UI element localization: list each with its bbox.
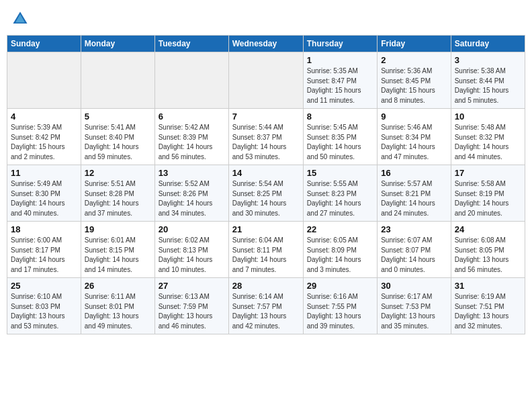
calendar-cell: 4Sunrise: 5:39 AM Sunset: 8:42 PM Daylig… xyxy=(7,109,81,165)
day-of-week-header: Sunday xyxy=(7,36,81,52)
day-info: Sunrise: 6:01 AM Sunset: 8:15 PM Dayligh… xyxy=(85,236,151,275)
calendar-cell: 16Sunrise: 5:57 AM Sunset: 8:21 PM Dayli… xyxy=(378,165,451,222)
calendar-table: SundayMondayTuesdayWednesdayThursdayFrid… xyxy=(7,35,525,334)
calendar-cell: 25Sunrise: 6:10 AM Sunset: 8:03 PM Dayli… xyxy=(7,278,81,334)
day-info: Sunrise: 6:19 AM Sunset: 7:51 PM Dayligh… xyxy=(455,292,521,331)
calendar-cell: 2Sunrise: 5:36 AM Sunset: 8:45 PM Daylig… xyxy=(378,52,451,109)
calendar-cell: 10Sunrise: 5:48 AM Sunset: 8:32 PM Dayli… xyxy=(451,109,525,165)
logo-icon xyxy=(11,9,30,28)
day-info: Sunrise: 6:14 AM Sunset: 7:57 PM Dayligh… xyxy=(232,292,300,331)
day-number: 14 xyxy=(232,168,300,178)
day-info: Sunrise: 6:11 AM Sunset: 8:01 PM Dayligh… xyxy=(85,292,151,331)
calendar-week-row: 4Sunrise: 5:39 AM Sunset: 8:42 PM Daylig… xyxy=(7,109,525,165)
calendar-cell: 12Sunrise: 5:51 AM Sunset: 8:28 PM Dayli… xyxy=(81,165,154,222)
calendar-cell xyxy=(154,52,228,109)
day-info: Sunrise: 5:54 AM Sunset: 8:25 PM Dayligh… xyxy=(232,179,300,218)
day-number: 19 xyxy=(85,224,151,234)
day-number: 18 xyxy=(11,224,77,234)
calendar-cell: 15Sunrise: 5:55 AM Sunset: 8:23 PM Dayli… xyxy=(303,165,377,222)
day-info: Sunrise: 5:39 AM Sunset: 8:42 PM Dayligh… xyxy=(11,123,77,162)
calendar-cell xyxy=(228,52,303,109)
calendar-cell: 22Sunrise: 6:05 AM Sunset: 8:09 PM Dayli… xyxy=(303,222,377,278)
calendar-cell: 20Sunrise: 6:02 AM Sunset: 8:13 PM Dayli… xyxy=(154,222,228,278)
logo xyxy=(11,9,31,28)
day-number: 28 xyxy=(232,281,300,291)
page-header xyxy=(7,7,525,31)
day-info: Sunrise: 5:36 AM Sunset: 8:45 PM Dayligh… xyxy=(381,66,447,105)
day-of-week-header: Friday xyxy=(378,36,451,52)
day-info: Sunrise: 6:10 AM Sunset: 8:03 PM Dayligh… xyxy=(11,292,77,331)
day-info: Sunrise: 6:04 AM Sunset: 8:11 PM Dayligh… xyxy=(232,236,300,275)
calendar-cell: 9Sunrise: 5:46 AM Sunset: 8:34 PM Daylig… xyxy=(378,109,451,165)
day-info: Sunrise: 5:42 AM Sunset: 8:39 PM Dayligh… xyxy=(159,123,225,162)
day-number: 11 xyxy=(11,168,77,178)
day-of-week-header: Tuesday xyxy=(154,36,228,52)
day-number: 5 xyxy=(85,111,151,122)
day-number: 10 xyxy=(455,111,521,122)
calendar-cell: 11Sunrise: 5:49 AM Sunset: 8:30 PM Dayli… xyxy=(7,165,81,222)
day-info: Sunrise: 6:13 AM Sunset: 7:59 PM Dayligh… xyxy=(159,292,225,331)
day-info: Sunrise: 6:17 AM Sunset: 7:53 PM Dayligh… xyxy=(381,292,447,331)
day-number: 12 xyxy=(85,168,151,178)
day-info: Sunrise: 5:51 AM Sunset: 8:28 PM Dayligh… xyxy=(85,179,151,218)
calendar-cell: 7Sunrise: 5:44 AM Sunset: 8:37 PM Daylig… xyxy=(228,109,303,165)
day-number: 4 xyxy=(11,111,77,122)
day-info: Sunrise: 6:08 AM Sunset: 8:05 PM Dayligh… xyxy=(455,236,521,275)
calendar-cell: 17Sunrise: 5:58 AM Sunset: 8:19 PM Dayli… xyxy=(451,165,525,222)
day-number: 7 xyxy=(232,111,300,122)
day-number: 24 xyxy=(455,224,521,234)
calendar-week-row: 18Sunrise: 6:00 AM Sunset: 8:17 PM Dayli… xyxy=(7,222,525,278)
day-number: 26 xyxy=(85,281,151,291)
calendar-header-row: SundayMondayTuesdayWednesdayThursdayFrid… xyxy=(7,36,525,52)
calendar-cell: 31Sunrise: 6:19 AM Sunset: 7:51 PM Dayli… xyxy=(451,278,525,334)
day-info: Sunrise: 5:58 AM Sunset: 8:19 PM Dayligh… xyxy=(455,179,521,218)
day-of-week-header: Saturday xyxy=(451,36,525,52)
calendar-cell: 14Sunrise: 5:54 AM Sunset: 8:25 PM Dayli… xyxy=(228,165,303,222)
day-of-week-header: Monday xyxy=(81,36,154,52)
day-info: Sunrise: 6:05 AM Sunset: 8:09 PM Dayligh… xyxy=(307,236,373,275)
day-number: 23 xyxy=(381,224,447,234)
calendar-cell: 26Sunrise: 6:11 AM Sunset: 8:01 PM Dayli… xyxy=(81,278,154,334)
day-of-week-header: Wednesday xyxy=(228,36,303,52)
day-info: Sunrise: 6:02 AM Sunset: 8:13 PM Dayligh… xyxy=(159,236,225,275)
day-number: 16 xyxy=(381,168,447,178)
day-info: Sunrise: 5:48 AM Sunset: 8:32 PM Dayligh… xyxy=(455,123,521,162)
calendar-week-row: 25Sunrise: 6:10 AM Sunset: 8:03 PM Dayli… xyxy=(7,278,525,334)
calendar-cell: 6Sunrise: 5:42 AM Sunset: 8:39 PM Daylig… xyxy=(154,109,228,165)
day-of-week-header: Thursday xyxy=(303,36,377,52)
day-number: 25 xyxy=(11,281,77,291)
day-number: 17 xyxy=(455,168,521,178)
calendar-cell: 24Sunrise: 6:08 AM Sunset: 8:05 PM Dayli… xyxy=(451,222,525,278)
calendar-cell xyxy=(81,52,154,109)
calendar-cell: 1Sunrise: 5:35 AM Sunset: 8:47 PM Daylig… xyxy=(303,52,377,109)
calendar-cell: 29Sunrise: 6:16 AM Sunset: 7:55 PM Dayli… xyxy=(303,278,377,334)
day-number: 22 xyxy=(307,224,373,234)
day-info: Sunrise: 5:49 AM Sunset: 8:30 PM Dayligh… xyxy=(11,179,77,218)
calendar-cell: 5Sunrise: 5:41 AM Sunset: 8:40 PM Daylig… xyxy=(81,109,154,165)
day-info: Sunrise: 5:46 AM Sunset: 8:34 PM Dayligh… xyxy=(381,123,447,162)
calendar-cell: 18Sunrise: 6:00 AM Sunset: 8:17 PM Dayli… xyxy=(7,222,81,278)
day-info: Sunrise: 6:07 AM Sunset: 8:07 PM Dayligh… xyxy=(381,236,447,275)
day-number: 27 xyxy=(159,281,225,291)
day-number: 31 xyxy=(455,281,521,291)
calendar-cell: 21Sunrise: 6:04 AM Sunset: 8:11 PM Dayli… xyxy=(228,222,303,278)
calendar-week-row: 11Sunrise: 5:49 AM Sunset: 8:30 PM Dayli… xyxy=(7,165,525,222)
day-info: Sunrise: 5:57 AM Sunset: 8:21 PM Dayligh… xyxy=(381,179,447,218)
day-info: Sunrise: 5:55 AM Sunset: 8:23 PM Dayligh… xyxy=(307,179,373,218)
calendar-cell xyxy=(7,52,81,109)
day-number: 15 xyxy=(307,168,373,178)
day-number: 30 xyxy=(381,281,447,291)
day-number: 6 xyxy=(159,111,225,122)
day-info: Sunrise: 6:16 AM Sunset: 7:55 PM Dayligh… xyxy=(307,292,373,331)
calendar-cell: 28Sunrise: 6:14 AM Sunset: 7:57 PM Dayli… xyxy=(228,278,303,334)
day-info: Sunrise: 5:45 AM Sunset: 8:35 PM Dayligh… xyxy=(307,123,373,162)
day-number: 20 xyxy=(159,224,225,234)
day-number: 1 xyxy=(307,55,373,65)
day-info: Sunrise: 5:52 AM Sunset: 8:26 PM Dayligh… xyxy=(159,179,225,218)
calendar-cell: 3Sunrise: 5:38 AM Sunset: 8:44 PM Daylig… xyxy=(451,52,525,109)
calendar-cell: 13Sunrise: 5:52 AM Sunset: 8:26 PM Dayli… xyxy=(154,165,228,222)
day-number: 21 xyxy=(232,224,300,234)
day-number: 8 xyxy=(307,111,373,122)
calendar-cell: 8Sunrise: 5:45 AM Sunset: 8:35 PM Daylig… xyxy=(303,109,377,165)
calendar-cell: 23Sunrise: 6:07 AM Sunset: 8:07 PM Dayli… xyxy=(378,222,451,278)
